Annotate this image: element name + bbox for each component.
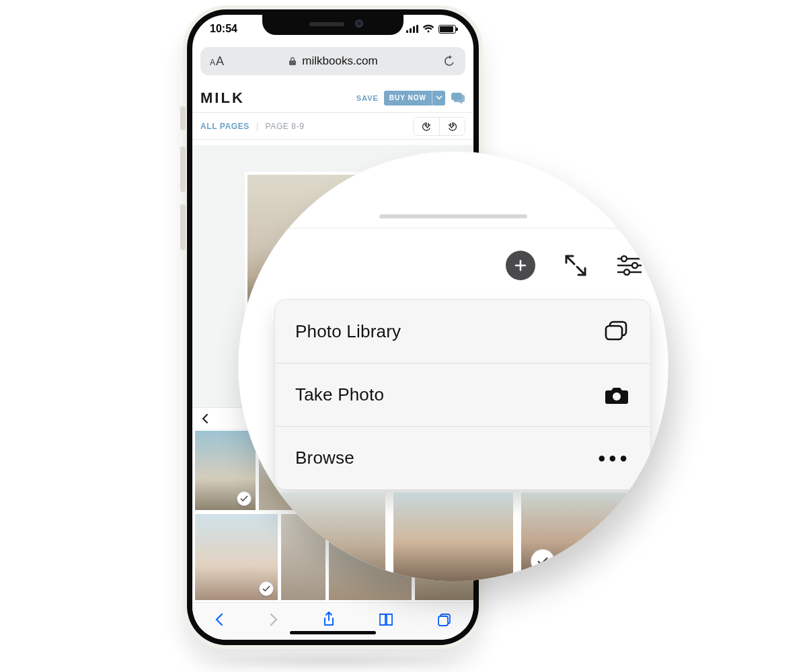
- svg-rect-1: [438, 616, 448, 626]
- drawer-back-button[interactable]: [198, 411, 213, 426]
- reload-icon[interactable]: [443, 54, 456, 68]
- magnifier-overlay: Photo Library Take Photo Browse ●●●: [238, 151, 668, 581]
- svg-rect-6: [606, 326, 622, 339]
- undo-button[interactable]: [414, 118, 439, 135]
- photo-thumbnail[interactable]: [521, 493, 642, 581]
- site-header: MILK SAVE BUY NOW: [192, 83, 473, 113]
- breadcrumb: ALL PAGES | PAGE 8-9: [200, 122, 305, 131]
- action-label: Photo Library: [295, 321, 401, 342]
- action-take-photo[interactable]: Take Photo: [275, 363, 650, 426]
- plus-icon: [513, 258, 528, 273]
- check-icon: [531, 549, 555, 573]
- volume-down-button: [180, 204, 186, 250]
- undo-redo-group: [413, 117, 465, 136]
- safari-bookmarks-button[interactable]: [378, 612, 394, 627]
- action-photo-library[interactable]: Photo Library: [275, 300, 650, 363]
- home-indicator[interactable]: [290, 631, 376, 634]
- svg-point-7: [613, 392, 621, 401]
- sliders-icon[interactable]: [616, 254, 643, 277]
- drag-handle[interactable]: [379, 214, 527, 218]
- shadow-reflection: [194, 652, 472, 671]
- mute-switch: [180, 106, 186, 130]
- save-button[interactable]: SAVE: [356, 94, 379, 102]
- add-photo-button[interactable]: [506, 251, 535, 280]
- camera-icon: [603, 385, 630, 405]
- notch: [262, 15, 404, 35]
- safari-forward-button[interactable]: [268, 612, 280, 627]
- expand-icon[interactable]: [562, 252, 589, 279]
- photo-thumbnail[interactable]: [195, 514, 278, 600]
- cellular-icon: [406, 25, 418, 33]
- safari-address-bar[interactable]: AA milkbooks.com: [200, 47, 465, 75]
- action-label: Browse: [295, 448, 354, 468]
- photo-thumbnail[interactable]: [393, 493, 514, 581]
- page-sub-header: ALL PAGES | PAGE 8-9: [192, 113, 473, 140]
- photo-thumbnail[interactable]: [195, 431, 256, 510]
- safari-share-button[interactable]: [321, 611, 336, 628]
- check-icon: [259, 581, 274, 596]
- safari-back-button[interactable]: [213, 612, 225, 627]
- svg-point-2: [621, 256, 627, 261]
- safari-tabs-button[interactable]: [436, 612, 453, 627]
- reader-aa-icon[interactable]: AA: [210, 54, 224, 69]
- battery-icon: [438, 25, 456, 34]
- action-label: Take Photo: [295, 384, 384, 405]
- breadcrumb-current: PAGE 8-9: [266, 122, 305, 131]
- svg-point-4: [624, 269, 629, 275]
- site-logo[interactable]: MILK: [200, 89, 245, 107]
- address-domain: milkbooks.com: [302, 54, 377, 68]
- svg-point-3: [632, 263, 638, 268]
- more-icon: ●●●: [598, 450, 630, 466]
- redo-button[interactable]: [439, 118, 465, 135]
- breadcrumb-all-pages[interactable]: ALL PAGES: [200, 122, 249, 131]
- check-icon: [237, 491, 252, 506]
- status-time: 10:54: [210, 23, 237, 35]
- action-browse[interactable]: Browse ●●●: [275, 426, 650, 489]
- volume-up-button: [180, 146, 186, 192]
- buy-now-button[interactable]: BUY NOW: [384, 91, 445, 106]
- chat-icon[interactable]: [451, 91, 465, 105]
- lock-icon: [289, 56, 297, 66]
- stack-icon: [603, 320, 630, 343]
- chevron-down-icon[interactable]: [432, 91, 445, 106]
- photo-source-action-sheet: Photo Library Take Photo Browse ●●●: [274, 299, 651, 490]
- wifi-icon: [422, 24, 434, 34]
